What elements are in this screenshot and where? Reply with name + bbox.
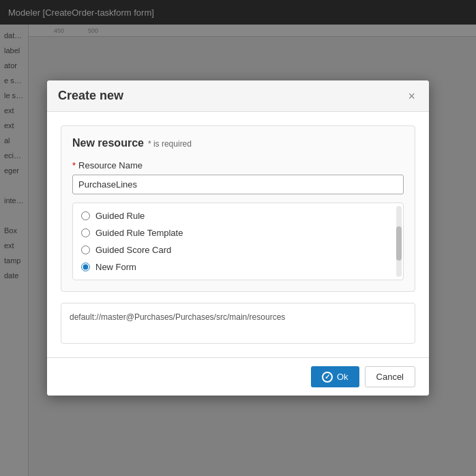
ok-button[interactable]: ✓ Ok bbox=[311, 366, 359, 387]
radio-guided-score-card-label: Guided Score Card bbox=[95, 245, 171, 255]
modal-header: Create new × bbox=[47, 80, 429, 112]
radio-guided-rule-label: Guided Rule bbox=[95, 211, 145, 221]
new-resource-section: New resource * is required * Resource Na… bbox=[61, 125, 415, 292]
ok-button-label: Ok bbox=[337, 372, 348, 382]
radio-guided-rule-template[interactable] bbox=[81, 228, 90, 237]
field-label-text: Resource Name bbox=[78, 160, 143, 170]
radio-scrollbar-track bbox=[396, 206, 402, 277]
required-note: * is required bbox=[148, 139, 192, 149]
path-display-box: default://master@Purchases/Purchases/src… bbox=[61, 303, 415, 344]
modal-footer: ✓ Ok Cancel bbox=[47, 357, 429, 396]
path-text: default://master@Purchases/Purchases/src… bbox=[70, 312, 285, 322]
modal-body: New resource * is required * Resource Na… bbox=[47, 112, 429, 357]
resource-name-input[interactable] bbox=[72, 175, 404, 194]
section-title: New resource bbox=[72, 137, 144, 149]
radio-guided-rule-template-label: Guided Rule Template bbox=[95, 228, 183, 238]
modal-close-button[interactable]: × bbox=[405, 90, 418, 102]
field-asterisk: * bbox=[72, 160, 76, 170]
modal-overlay: Create new × New resource * is required … bbox=[0, 0, 476, 476]
resource-type-radio-group: Guided Rule Guided Rule Template Guided … bbox=[72, 203, 404, 280]
create-new-modal: Create new × New resource * is required … bbox=[47, 80, 429, 396]
resource-name-label: * Resource Name bbox=[72, 160, 404, 170]
radio-guided-score-card[interactable] bbox=[81, 246, 90, 254]
radio-item-guided-rule-template[interactable]: Guided Rule Template bbox=[73, 224, 403, 241]
radio-item-new-form[interactable]: New Form bbox=[73, 258, 403, 276]
radio-new-form-label: New Form bbox=[95, 262, 136, 272]
radio-new-form[interactable] bbox=[81, 263, 90, 271]
radio-item-guided-rule[interactable]: Guided Rule bbox=[73, 207, 403, 224]
modal-title: Create new bbox=[58, 89, 123, 103]
cancel-button[interactable]: Cancel bbox=[365, 366, 415, 387]
ok-icon: ✓ bbox=[322, 372, 333, 383]
radio-scrollbar-thumb[interactable] bbox=[396, 226, 402, 261]
radio-item-guided-score-card[interactable]: Guided Score Card bbox=[73, 241, 403, 258]
radio-guided-rule[interactable] bbox=[81, 211, 90, 220]
